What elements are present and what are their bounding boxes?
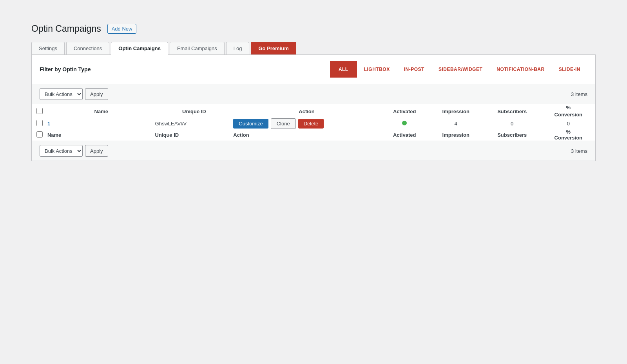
row-subscribers: 0 bbox=[511, 121, 513, 127]
th-unique-id: Unique ID bbox=[155, 104, 234, 118]
row-checkbox-cell bbox=[32, 118, 47, 129]
footer-unique-id-label: Unique ID bbox=[155, 132, 179, 138]
row-impression-cell: 4 bbox=[429, 118, 483, 129]
bottom-toolbar-left: Bulk Actions Apply bbox=[40, 145, 108, 157]
page-title: Optin Campaigns bbox=[31, 24, 101, 34]
th-conversion: % Conversion bbox=[542, 104, 595, 118]
footer-activated-label: Activated bbox=[393, 132, 416, 138]
bottom-bulk-actions-select[interactable]: Bulk Actions bbox=[40, 145, 83, 157]
filter-type-lightbox[interactable]: LIGHTBOX bbox=[357, 63, 397, 76]
nav-tabs: Settings Connections Optin Campaigns Ema… bbox=[31, 42, 596, 55]
select-all-checkbox[interactable] bbox=[36, 108, 43, 114]
th-impression: Impression bbox=[429, 104, 483, 118]
filter-type-slide-in[interactable]: SLIDE-IN bbox=[552, 63, 587, 76]
footer-subscribers-header: Subscribers bbox=[483, 129, 542, 141]
row-name-link[interactable]: 1 bbox=[47, 121, 50, 127]
row-activated-cell bbox=[380, 118, 429, 129]
bottom-item-count: 3 items bbox=[571, 148, 587, 154]
tab-settings[interactable]: Settings bbox=[31, 42, 65, 54]
delete-button[interactable]: Delete bbox=[298, 119, 324, 129]
clone-button[interactable]: Clone bbox=[271, 118, 296, 129]
top-toolbar-left: Bulk Actions Apply bbox=[40, 88, 108, 100]
filter-label: Filter by Optin Type bbox=[40, 66, 91, 72]
page-wrapper: Optin Campaigns Add New Settings Connect… bbox=[31, 24, 596, 161]
row-unique-id-cell: GhswLEAVkV bbox=[155, 118, 234, 129]
filter-type-sidebar-widget[interactable]: SIDEBAR/WIDGET bbox=[431, 63, 489, 76]
footer-name-header: Name bbox=[47, 129, 155, 141]
footer-activated-header: Activated bbox=[380, 129, 429, 141]
add-new-button[interactable]: Add New bbox=[107, 24, 137, 34]
row-impression: 4 bbox=[455, 121, 457, 127]
th-activated: Activated bbox=[380, 104, 429, 118]
th-subscribers: Subscribers bbox=[483, 104, 542, 118]
table-row: 1 GhswLEAVkV Customize Clone Delete bbox=[32, 118, 595, 129]
row-conversion-cell: 0 bbox=[542, 118, 595, 129]
footer-header-row: Name Unique ID Action Activated Impressi… bbox=[32, 129, 595, 141]
action-buttons: Customize Clone Delete bbox=[233, 118, 380, 129]
filter-type-notification-bar[interactable]: NOTIFICATION-BAR bbox=[489, 63, 551, 76]
status-active-dot bbox=[402, 121, 407, 125]
footer-checkbox-cell bbox=[32, 129, 47, 141]
top-toolbar: Bulk Actions Apply 3 items bbox=[32, 84, 595, 104]
footer-impression-label: Impression bbox=[442, 132, 469, 138]
footer-conversion-header: % Conversion bbox=[542, 129, 595, 141]
row-checkbox[interactable] bbox=[36, 120, 43, 126]
footer-select-all-checkbox[interactable] bbox=[36, 131, 43, 138]
row-action-cell: Customize Clone Delete bbox=[233, 118, 380, 129]
filter-type-all[interactable]: ALL bbox=[330, 61, 357, 78]
tab-email-campaigns[interactable]: Email Campaigns bbox=[170, 42, 225, 54]
row-unique-id: GhswLEAVkV bbox=[155, 121, 187, 127]
th-checkbox bbox=[32, 104, 47, 118]
top-apply-button[interactable]: Apply bbox=[85, 88, 108, 100]
filter-type-in-post[interactable]: IN-POST bbox=[397, 63, 431, 76]
table-body: 1 GhswLEAVkV Customize Clone Delete bbox=[32, 118, 595, 141]
header-row: Name Unique ID Action Activated Impressi… bbox=[32, 104, 595, 118]
top-bulk-actions-select[interactable]: Bulk Actions bbox=[40, 88, 83, 100]
footer-impression-header: Impression bbox=[429, 129, 483, 141]
footer-unique-id-header: Unique ID bbox=[155, 129, 234, 141]
th-action: Action bbox=[233, 104, 380, 118]
th-name: Name bbox=[47, 104, 155, 118]
customize-button[interactable]: Customize bbox=[233, 119, 268, 129]
footer-action-label: Action bbox=[233, 132, 249, 138]
tab-optin-campaigns[interactable]: Optin Campaigns bbox=[111, 42, 168, 55]
page-title-row: Optin Campaigns Add New bbox=[31, 24, 596, 34]
main-content: Filter by Optin Type ALL LIGHTBOX IN-POS… bbox=[31, 55, 596, 161]
row-conversion: 0 bbox=[567, 121, 570, 127]
campaigns-table: Name Unique ID Action Activated Impressi… bbox=[32, 104, 595, 141]
footer-action-header: Action bbox=[233, 129, 380, 141]
bottom-toolbar: Bulk Actions Apply 3 items bbox=[32, 141, 595, 161]
table-header: Name Unique ID Action Activated Impressi… bbox=[32, 104, 595, 118]
footer-name-label: Name bbox=[47, 132, 61, 138]
tab-go-premium[interactable]: Go Premium bbox=[251, 42, 296, 54]
row-subscribers-cell: 0 bbox=[483, 118, 542, 129]
filter-bar: Filter by Optin Type ALL LIGHTBOX IN-POS… bbox=[32, 55, 595, 84]
tab-connections[interactable]: Connections bbox=[66, 42, 109, 54]
filter-types: ALL LIGHTBOX IN-POST SIDEBAR/WIDGET NOTI… bbox=[330, 61, 587, 78]
bottom-apply-button[interactable]: Apply bbox=[85, 145, 108, 157]
row-name-cell: 1 bbox=[47, 118, 155, 129]
footer-conversion-label: % Conversion bbox=[555, 129, 583, 141]
footer-subscribers-label: Subscribers bbox=[497, 132, 527, 138]
top-item-count: 3 items bbox=[571, 91, 587, 97]
tab-log[interactable]: Log bbox=[226, 42, 250, 54]
